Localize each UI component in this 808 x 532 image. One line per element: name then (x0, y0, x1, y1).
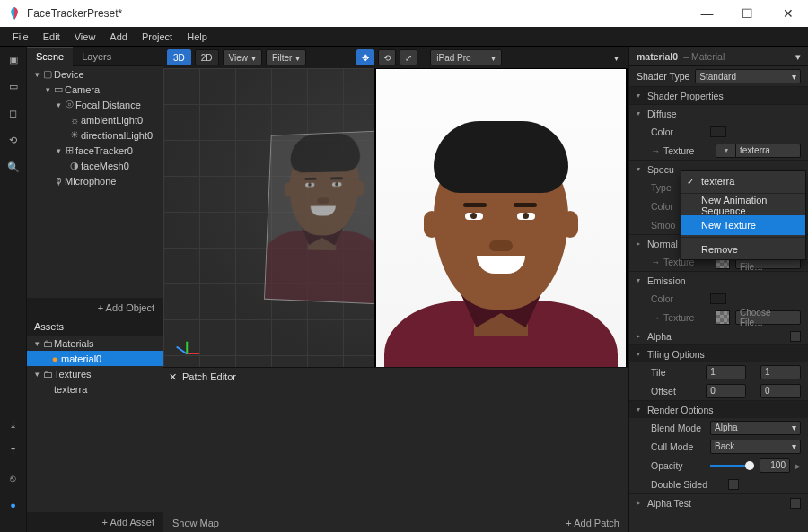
tree-tracker[interactable]: ▾⊞faceTracker0 (27, 143, 163, 158)
menu-file[interactable]: File (5, 31, 36, 42)
emission-color-swatch[interactable] (710, 293, 726, 304)
opacity-slider[interactable] (710, 459, 754, 472)
assets-material0[interactable]: ●material0 (27, 351, 163, 366)
double-sided-checkbox[interactable] (728, 479, 739, 490)
section-shader-properties[interactable]: Shader Properties (647, 91, 724, 101)
ctx-texterra[interactable]: ✓texterra (681, 171, 805, 191)
inspector-kind: – Material (683, 51, 725, 62)
tree-mic[interactable]: 🎙Microphone (27, 173, 163, 188)
menu-project[interactable]: Project (135, 31, 180, 42)
tile-x-input[interactable]: 1 (706, 365, 746, 379)
rail-layers-icon[interactable]: ◻ (6, 106, 21, 120)
section-render[interactable]: Render Options (647, 405, 714, 415)
window-close-button[interactable]: ✕ (768, 0, 808, 27)
emission-choose-button[interactable]: Choose File… (735, 310, 801, 325)
view-2d-button[interactable]: 2D (195, 49, 219, 65)
tab-scene[interactable]: Scene (27, 47, 73, 66)
add-patch-button[interactable]: + Add Patch (566, 518, 619, 528)
alpha-enable-checkbox[interactable] (790, 331, 801, 342)
assets-texterra[interactable]: texterra (27, 381, 163, 397)
ctx-new-texture[interactable]: New Texture (681, 215, 805, 235)
view-3d-button[interactable]: 3D (167, 49, 191, 65)
window-maximize-button[interactable]: ☐ (727, 0, 768, 27)
tile-y-input[interactable]: 1 (760, 365, 801, 379)
offset-x-input[interactable]: 0 (706, 384, 746, 398)
rail-test-icon[interactable]: ⎋ (6, 471, 21, 485)
blend-mode-select[interactable]: Alpha▾ (710, 421, 801, 435)
device-dropdown[interactable]: iPad Pro▾ (430, 49, 502, 65)
shader-type-label: Shader Type (637, 71, 689, 82)
filter-dropdown[interactable]: Filter▾ (266, 49, 306, 65)
section-alpha-test[interactable]: Alpha Test (647, 498, 691, 509)
assets-header: Assets (27, 318, 163, 336)
section-emission[interactable]: Emission (647, 275, 686, 286)
menu-add[interactable]: Add (102, 31, 135, 42)
ctx-new-sequence[interactable]: New Animation Sequence (681, 196, 805, 215)
collapse-preview-icon[interactable]: ▾ (607, 49, 625, 65)
section-alpha[interactable]: Alpha (647, 331, 672, 342)
viewport-3d[interactable]: ⎚ ⟳ (163, 68, 628, 367)
texture-context-menu: ✓texterra New Animation Sequence New Tex… (681, 170, 806, 260)
menubar: File Edit View Add Project Help (0, 27, 808, 47)
axes-gizmo-icon (176, 331, 203, 358)
ctx-remove[interactable]: Remove (681, 240, 805, 259)
assets-materials[interactable]: ▾🗀Materials (27, 336, 163, 351)
rail-notify-icon[interactable]: ● (6, 498, 21, 512)
tab-layers[interactable]: Layers (73, 47, 120, 66)
tree-ambient[interactable]: ☼ambientLight0 (27, 112, 163, 127)
rail-import-icon[interactable]: ⤒ (6, 444, 21, 458)
diffuse-texture-select[interactable]: ▾texterra (716, 144, 801, 158)
patch-title: Patch Editor (182, 371, 236, 382)
menu-help[interactable]: Help (180, 31, 215, 42)
section-specular[interactable]: Specu (647, 164, 674, 175)
rail-scene-icon[interactable]: ▣ (6, 52, 21, 66)
inspector-panel: material0 – Material ▾ Shader Type Stand… (628, 47, 808, 532)
move-tool-icon[interactable]: ✥ (356, 49, 374, 65)
diffuse-color-swatch[interactable] (710, 126, 726, 137)
rail-search-icon[interactable]: 🔍 (6, 160, 21, 174)
left-rail: ▣ ▭ ◻ ⟲ 🔍 ⤓ ⤒ ⎋ ● (0, 47, 27, 532)
window-title: FaceTrackerPreset* (27, 7, 122, 20)
tree-device[interactable]: ▾▢Device (27, 66, 163, 82)
center-panel: 3D 2D View▾ Filter▾ ✥ ⟲ ⤢ iPad Pro▾ ▾ (163, 47, 628, 532)
patch-editor: ✕ Patch Editor Show Map + Add Patch (163, 367, 628, 532)
offset-y-input[interactable]: 0 (760, 384, 801, 398)
menu-edit[interactable]: Edit (36, 31, 67, 42)
opacity-value-input[interactable]: 100 (760, 458, 790, 473)
app-logo-icon (7, 6, 22, 21)
emission-thumb-icon (716, 310, 730, 325)
assets-textures[interactable]: ▾🗀Textures (27, 366, 163, 381)
cull-mode-select[interactable]: Back▾ (710, 440, 801, 454)
alpha-test-checkbox[interactable] (790, 498, 801, 509)
tree-directional[interactable]: ☀directionalLight0 (27, 127, 163, 143)
show-map-button[interactable]: Show Map (172, 518, 219, 528)
rotate-tool-icon[interactable]: ⟲ (378, 49, 396, 65)
menu-view[interactable]: View (67, 31, 103, 42)
shader-type-select[interactable]: Standard▾ (695, 69, 801, 83)
rail-camera-icon[interactable]: ▭ (6, 79, 21, 93)
inspector-menu-icon[interactable]: ▾ (795, 51, 801, 62)
rail-export-icon[interactable]: ⤓ (6, 417, 21, 432)
center-toolbar: 3D 2D View▾ Filter▾ ✥ ⟲ ⤢ iPad Pro▾ ▾ (163, 47, 628, 68)
titlebar: FaceTrackerPreset* — ☐ ✕ (0, 0, 808, 27)
section-tiling[interactable]: Tiling Options (647, 349, 705, 360)
camera-preview: ⎚ ⟳ (375, 68, 627, 367)
add-asset-button[interactable]: + Add Asset (27, 512, 163, 532)
view-dropdown[interactable]: View▾ (223, 49, 263, 65)
add-object-button[interactable]: + Add Object (27, 298, 163, 318)
inspector-title: material0 (637, 51, 678, 62)
window-minimize-button[interactable]: — (687, 0, 727, 27)
tree-focal[interactable]: ▾⦾Focal Distance (27, 97, 163, 112)
patch-close-icon[interactable]: ✕ (169, 371, 177, 383)
left-panel: Scene Layers ▾▢Device ▾▭Camera ▾⦾Focal D… (27, 47, 163, 532)
section-normal[interactable]: Normal (647, 239, 678, 249)
tree-camera[interactable]: ▾▭Camera (27, 82, 163, 97)
tree-mesh[interactable]: ◑faceMesh0 (27, 158, 163, 173)
section-diffuse[interactable]: Diffuse (647, 109, 677, 119)
scale-tool-icon[interactable]: ⤢ (400, 49, 417, 65)
rail-link-icon[interactable]: ⟲ (6, 133, 21, 147)
